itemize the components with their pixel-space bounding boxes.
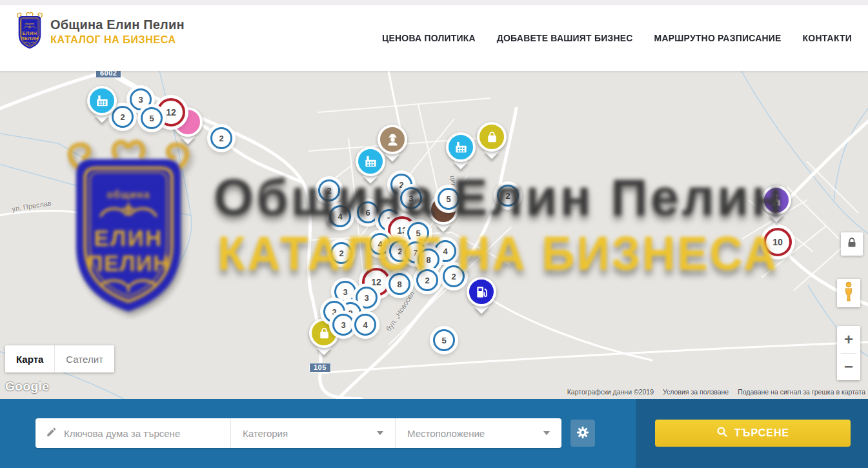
cluster-marker[interactable]: 6 bbox=[357, 201, 379, 223]
cluster-marker[interactable]: 5 bbox=[438, 188, 459, 210]
road-badge: 105 bbox=[309, 363, 331, 372]
chevron-down-icon bbox=[543, 431, 550, 435]
site-subtitle: КАТАЛОГ НА БИЗНЕСА bbox=[50, 34, 179, 46]
header: община ЕЛИН ПЕЛИН Община Елин Пелин КАТА… bbox=[0, 5, 868, 71]
site-title: Община Елин Пелин bbox=[50, 17, 185, 32]
search-controls: Категория Местоположение bbox=[35, 418, 561, 448]
cluster-marker[interactable]: 2 bbox=[443, 265, 465, 287]
search-bar: Категория Местоположение ТЪРСЕНЕ bbox=[0, 399, 868, 468]
map-type-map-button[interactable]: Карта bbox=[5, 345, 54, 372]
municipality-crest-logo: община ЕЛИН ПЕЛИН bbox=[14, 11, 45, 52]
cluster-marker[interactable]: 3 bbox=[356, 287, 378, 309]
pin-marker-church[interactable] bbox=[762, 185, 791, 215]
cluster-marker[interactable]: 4 bbox=[369, 233, 391, 255]
pencil-icon bbox=[46, 426, 57, 440]
nav-item-pricing[interactable]: ЦЕНОВА ПОЛИТИКА bbox=[382, 32, 476, 43]
map-type-control: Карта Сателит bbox=[5, 345, 114, 372]
pegman-icon bbox=[841, 281, 856, 305]
map-data-copyright: Картографски данни ©2019 bbox=[567, 388, 654, 396]
bag-icon bbox=[477, 122, 507, 152]
gear-icon bbox=[576, 425, 590, 442]
cluster-marker[interactable]: 5 bbox=[433, 329, 455, 351]
lock-control[interactable] bbox=[841, 232, 863, 256]
cluster-marker[interactable]: 10 bbox=[763, 228, 792, 256]
cluster-marker[interactable]: 2 bbox=[210, 127, 232, 149]
location-select-label: Местоположение bbox=[407, 428, 485, 439]
search-button-label: ТЪРСЕНЕ bbox=[734, 427, 789, 439]
factory-icon bbox=[446, 132, 476, 162]
category-select[interactable]: Категория bbox=[231, 418, 396, 448]
site-logo[interactable]: община ЕЛИН ПЕЛИН Община Елин Пелин КАТА… bbox=[14, 11, 185, 52]
cluster-marker[interactable]: 2 bbox=[330, 242, 352, 264]
cluster-marker[interactable]: 3 bbox=[400, 187, 422, 209]
cluster-marker[interactable]: 2 bbox=[497, 185, 519, 207]
keyword-input[interactable] bbox=[64, 428, 224, 439]
cluster-marker[interactable]: 5 bbox=[407, 222, 429, 244]
fuel-icon bbox=[467, 277, 496, 307]
cluster-marker[interactable]: 4 bbox=[329, 205, 351, 227]
zoom-in-button[interactable]: + bbox=[837, 326, 860, 353]
cluster-marker[interactable]: 2 bbox=[416, 269, 438, 291]
pin-marker-fuel[interactable] bbox=[467, 277, 496, 307]
svg-text:община: община bbox=[25, 23, 34, 25]
map-type-satellite-button[interactable]: Сателит bbox=[54, 345, 114, 372]
nav-item-contacts[interactable]: КОНТАКТИ bbox=[803, 32, 852, 43]
top-strip bbox=[0, 0, 868, 5]
search-button[interactable]: ТЪРСЕНЕ bbox=[655, 420, 851, 447]
cluster-marker[interactable]: 5 bbox=[141, 107, 163, 129]
pin-marker-factory[interactable] bbox=[446, 132, 476, 162]
cluster-marker[interactable]: 3 bbox=[332, 314, 354, 336]
lock-icon bbox=[847, 238, 856, 250]
nav-item-add-business[interactable]: ДОБАВЕТЕ ВАШИЯТ БИЗНЕС bbox=[497, 32, 633, 43]
main-nav: ЦЕНОВА ПОЛИТИКА ДОБАВЕТЕ ВАШИЯТ БИЗНЕС М… bbox=[382, 5, 852, 71]
factory-icon bbox=[356, 147, 385, 176]
report-error-link[interactable]: Подаване на сигнал за грешка в картата bbox=[738, 388, 865, 396]
advanced-options-button[interactable] bbox=[570, 420, 595, 447]
cluster-marker[interactable]: 4 bbox=[354, 314, 376, 336]
cluster-marker[interactable]: 8 bbox=[389, 273, 410, 295]
pin-marker-factory[interactable] bbox=[87, 86, 117, 116]
nav-item-route-schedule[interactable]: МАРШРУТНО РАЗПИСАНИЕ bbox=[654, 32, 782, 43]
pin-marker-bag[interactable] bbox=[477, 122, 507, 152]
google-logo[interactable]: Google bbox=[5, 380, 49, 394]
map-canvas[interactable]: 6002 105 ул. Преслав бул. „Новосел ции“ … bbox=[0, 71, 868, 399]
road-badge: 6002 bbox=[96, 71, 121, 78]
pegman-control[interactable] bbox=[837, 279, 860, 307]
pin-marker-factory[interactable] bbox=[356, 147, 385, 176]
category-select-label: Категория bbox=[243, 428, 288, 439]
svg-text:ПЕЛИН: ПЕЛИН bbox=[21, 36, 38, 41]
cluster-marker[interactable]: 2 bbox=[318, 179, 340, 201]
cluster-marker[interactable]: 8 bbox=[418, 249, 439, 270]
cluster-marker[interactable]: 3 bbox=[334, 281, 356, 303]
search-icon bbox=[716, 426, 728, 440]
svg-text:ЕЛИН: ЕЛИН bbox=[23, 30, 37, 36]
location-select[interactable]: Местоположение bbox=[396, 418, 561, 448]
factory-icon bbox=[87, 86, 117, 116]
zoom-out-button[interactable]: − bbox=[837, 353, 860, 380]
map-attribution: Картографски данни ©2019 Условия за полз… bbox=[567, 388, 865, 396]
terms-link[interactable]: Условия за ползване bbox=[663, 388, 729, 396]
keyword-cell bbox=[35, 418, 231, 448]
church-icon bbox=[762, 185, 791, 215]
chevron-down-icon bbox=[377, 431, 383, 435]
zoom-control: + − bbox=[837, 326, 860, 380]
